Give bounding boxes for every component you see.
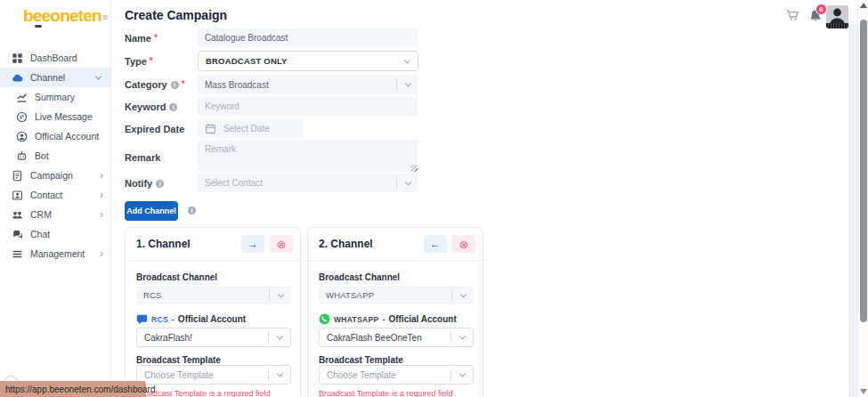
message-icon xyxy=(15,110,28,123)
remark-textarea[interactable] xyxy=(198,140,418,172)
shopping-cart-icon[interactable] xyxy=(785,8,799,22)
broadcast-channel-label: Broadcast Channel xyxy=(136,272,217,282)
broadcast-channel-select[interactable]: WHATSAPP xyxy=(319,286,474,304)
chevron-down-icon xyxy=(459,370,466,377)
chevron-right-icon: › xyxy=(100,248,103,259)
info-icon[interactable] xyxy=(171,81,179,89)
whatsapp-icon xyxy=(319,313,330,325)
sidebar-item-summary[interactable]: Summary xyxy=(0,87,111,107)
calendar-icon xyxy=(205,123,216,134)
grid-icon xyxy=(11,52,23,64)
logo-chevron-icon: » xyxy=(102,11,108,23)
sidebar-item-dashboard[interactable]: DashBoard xyxy=(0,48,111,68)
official-account-caption: RCS - Official Account xyxy=(136,313,246,325)
logo-underline-accent xyxy=(35,25,42,28)
template-placeholder: Choose Template xyxy=(327,370,396,380)
expired-date-label: Expired Date xyxy=(125,124,184,134)
scrollbar[interactable] xyxy=(857,0,868,397)
broadcast-channel-value: RCS xyxy=(143,290,162,300)
avatar[interactable] xyxy=(826,5,848,28)
chevron-down-icon xyxy=(405,80,411,86)
scroll-down-arrow-icon[interactable] xyxy=(860,389,867,394)
select-divider xyxy=(268,369,269,380)
info-icon[interactable] xyxy=(169,103,177,111)
sidebar-item-label: CRM xyxy=(30,209,52,220)
logo[interactable]: beeoneten» xyxy=(23,6,108,26)
chevron-right-icon: › xyxy=(100,170,103,181)
broadcast-channel-label: Broadcast Channel xyxy=(319,272,400,282)
separator: - xyxy=(172,315,174,324)
remark-label: Remark xyxy=(125,152,160,163)
broadcast-template-select[interactable]: Choose Template xyxy=(136,365,291,385)
content-edge-strip xyxy=(848,25,857,397)
sidebar-item-crm[interactable]: CRM› xyxy=(0,205,111,224)
broadcast-template-label: Broadcast Template xyxy=(136,355,221,365)
chevron-down-icon xyxy=(404,57,410,63)
broadcast-channel-value: WHATSAPP xyxy=(326,290,374,300)
sidebar-item-live-message[interactable]: Live Message xyxy=(0,107,111,126)
chevron-down-icon xyxy=(278,291,284,297)
select-divider xyxy=(450,369,451,380)
remove-channel-icon[interactable] xyxy=(452,235,475,253)
official-account-value: CakraFlash! xyxy=(144,333,192,343)
sidebar-item-channel[interactable]: Channel xyxy=(0,68,111,87)
sidebar-item-label: Chat xyxy=(30,229,50,239)
logo-text: beeoneten xyxy=(23,6,101,25)
sidebar-item-contact[interactable]: Contact› xyxy=(0,185,111,205)
category-select[interactable]: Mass Broadcast xyxy=(198,75,418,94)
sidebar: beeoneten» DashBoardChannelSummaryLive M… xyxy=(0,0,111,397)
official-account-select[interactable]: CakraFlash! xyxy=(136,328,291,347)
chevron-right-icon: › xyxy=(100,190,103,200)
sidebar-item-label: Live Message xyxy=(35,111,93,122)
chart-icon xyxy=(15,91,28,103)
remove-channel-icon[interactable] xyxy=(270,235,293,253)
expired-date-input[interactable]: Select Date xyxy=(198,119,303,138)
type-select[interactable]: BROADCAST ONLY xyxy=(198,51,418,71)
chevron-down-icon xyxy=(277,333,283,339)
sidebar-item-chat[interactable]: Chat xyxy=(0,224,111,244)
notify-placeholder: Select Contact xyxy=(205,178,263,188)
status-bar-url: https://app.beeoneten.com/dashboard xyxy=(0,381,146,397)
channel-card-title: 1. Channel xyxy=(136,238,191,250)
template-placeholder: Choose Template xyxy=(144,370,214,380)
notification-badge: 6 xyxy=(815,4,827,15)
arrow-left-icon[interactable]: ← xyxy=(424,235,447,253)
sidebar-item-label: Official Account xyxy=(35,131,99,142)
scrollbar-thumb[interactable] xyxy=(860,20,867,322)
menu-lines-icon xyxy=(11,247,23,260)
chevron-right-icon: › xyxy=(100,209,103,220)
channel-card-title: 2. Channel xyxy=(319,238,373,250)
sidebar-item-bot[interactable]: Bot xyxy=(0,146,111,166)
add-channel-button[interactable]: Add Channel xyxy=(125,201,178,221)
arrow-right-icon[interactable]: → xyxy=(241,235,264,253)
broadcast-template-select[interactable]: Choose Template xyxy=(319,365,474,385)
sidebar-item-campaign[interactable]: Campaign› xyxy=(0,166,111,185)
sidebar-item-management[interactable]: Management› xyxy=(0,244,111,263)
sidebar-menu: DashBoardChannelSummaryLive MessageOffic… xyxy=(0,48,111,263)
official-account-select[interactable]: CakraFlash BeeOneTen xyxy=(319,328,474,347)
separator: - xyxy=(382,315,385,324)
page-title: Create Campaign xyxy=(125,8,227,22)
official-account-caption: WHATSAPP - Official Account xyxy=(319,313,457,325)
name-input[interactable] xyxy=(198,28,418,47)
sidebar-item-label: Management xyxy=(30,248,85,259)
resize-handle[interactable] xyxy=(411,166,418,172)
keyword-input[interactable] xyxy=(198,97,418,116)
channel-icon xyxy=(11,71,23,84)
info-icon[interactable] xyxy=(188,207,196,215)
scroll-up-arrow-icon[interactable] xyxy=(860,3,867,8)
sidebar-item-label: Bot xyxy=(35,150,49,161)
info-icon[interactable] xyxy=(156,180,164,188)
select-divider xyxy=(451,289,452,301)
chevron-down-icon xyxy=(277,370,283,377)
broadcast-channel-select[interactable]: RCS xyxy=(136,286,291,304)
select-divider xyxy=(269,289,270,301)
notify-select[interactable]: Select Contact xyxy=(198,174,418,192)
sidebar-item-label: Summary xyxy=(35,92,75,102)
category-label: Category* xyxy=(125,79,185,90)
sidebar-item-official-account[interactable]: Official Account xyxy=(0,126,111,146)
app-page: beeoneten» DashBoardChannelSummaryLive M… xyxy=(0,0,868,397)
chevron-down-icon xyxy=(405,179,411,185)
category-value: Mass Broadcast xyxy=(205,80,269,90)
chat-bubbles-icon xyxy=(11,228,23,240)
